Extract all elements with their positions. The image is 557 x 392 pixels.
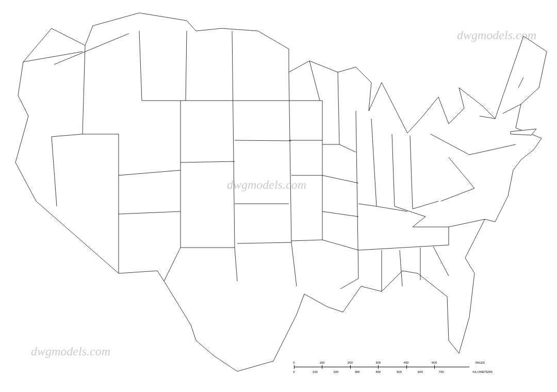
- usa-map-container: [0, 0, 557, 392]
- map-scale-bar: 0 100 200 300 400 500 MILES 0 100 200 30…: [294, 356, 469, 371]
- scale-unit-miles: MILES: [476, 361, 485, 364]
- scale-tick-label: 0: [293, 370, 294, 373]
- scale-tick-label: 200: [334, 370, 339, 373]
- scale-tick-label: 500: [432, 361, 437, 364]
- scale-tick-label: 400: [404, 361, 409, 364]
- scale-tick-label: 100: [313, 370, 318, 373]
- scale-tick-label: 300: [354, 370, 359, 373]
- usa-outline-map: [0, 0, 557, 392]
- scale-unit-km: KILOMETERS: [472, 370, 493, 373]
- scale-tick-label: 100: [319, 361, 324, 364]
- scale-tick-label: 400: [375, 370, 381, 373]
- scale-tick-label: 300: [375, 361, 381, 364]
- scale-tick-label: 200: [348, 361, 353, 364]
- scale-tick-label: 500: [397, 370, 402, 373]
- scale-tick-label: 0: [293, 361, 294, 364]
- scale-tick-label: 600: [418, 370, 423, 373]
- scale-tick-label: 700: [439, 370, 444, 373]
